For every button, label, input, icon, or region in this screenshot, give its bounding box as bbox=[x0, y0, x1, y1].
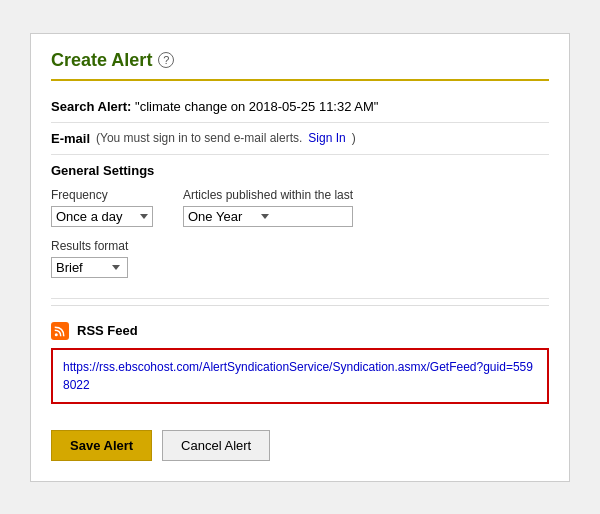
search-alert-label: Search Alert: bbox=[51, 99, 131, 114]
search-alert-value: "climate change on 2018-05-25 11:32 AM" bbox=[135, 99, 378, 114]
general-settings-title: General Settings bbox=[51, 163, 549, 178]
results-format-label: Results format bbox=[51, 239, 128, 253]
settings-row-2: Results format Brief Detailed bbox=[51, 239, 549, 278]
rss-header: RSS Feed bbox=[51, 322, 549, 340]
frequency-label: Frequency bbox=[51, 188, 153, 202]
frequency-group: Frequency Once a day Once a week Daily bbox=[51, 188, 153, 227]
rss-section: RSS Feed https://rss.ebscohost.com/Alert… bbox=[51, 312, 549, 414]
articles-group: Articles published within the last One Y… bbox=[183, 188, 353, 227]
divider bbox=[51, 305, 549, 306]
rss-icon bbox=[51, 322, 69, 340]
settings-row-1: Frequency Once a day Once a week Daily A… bbox=[51, 188, 549, 227]
svg-point-0 bbox=[55, 333, 58, 336]
save-alert-button[interactable]: Save Alert bbox=[51, 430, 152, 461]
email-note-close: ) bbox=[352, 131, 356, 145]
articles-select-wrapper[interactable]: One Year One Month One Week bbox=[183, 206, 353, 227]
search-alert-section: Search Alert: "climate change on 2018-05… bbox=[51, 91, 549, 123]
results-format-dropdown-arrow bbox=[112, 265, 120, 270]
results-format-group: Results format Brief Detailed bbox=[51, 239, 128, 278]
sign-in-link[interactable]: Sign In bbox=[308, 131, 345, 145]
rss-url-box[interactable]: https://rss.ebscohost.com/AlertSyndicati… bbox=[51, 348, 549, 404]
articles-dropdown-arrow bbox=[261, 214, 269, 219]
rss-svg bbox=[54, 325, 66, 337]
title-row: Create Alert ? bbox=[51, 50, 549, 81]
general-settings-section: General Settings Frequency Once a day On… bbox=[51, 155, 549, 299]
rss-title: RSS Feed bbox=[77, 323, 138, 338]
help-icon[interactable]: ? bbox=[158, 52, 174, 68]
articles-label: Articles published within the last bbox=[183, 188, 353, 202]
email-section: E-mail (You must sign in to send e-mail … bbox=[51, 123, 549, 155]
frequency-select[interactable]: Once a day Once a week Daily bbox=[56, 209, 136, 224]
results-format-select[interactable]: Brief Detailed bbox=[56, 260, 108, 275]
email-note: (You must sign in to send e-mail alerts. bbox=[96, 131, 302, 145]
articles-select[interactable]: One Year One Month One Week bbox=[188, 209, 257, 224]
create-alert-dialog: Create Alert ? Search Alert: "climate ch… bbox=[30, 33, 570, 482]
results-format-select-wrapper[interactable]: Brief Detailed bbox=[51, 257, 128, 278]
cancel-alert-button[interactable]: Cancel Alert bbox=[162, 430, 270, 461]
frequency-dropdown-arrow bbox=[140, 214, 148, 219]
buttons-row: Save Alert Cancel Alert bbox=[51, 430, 549, 461]
frequency-select-wrapper[interactable]: Once a day Once a week Daily bbox=[51, 206, 153, 227]
dialog-title: Create Alert bbox=[51, 50, 152, 71]
email-label: E-mail bbox=[51, 131, 90, 146]
